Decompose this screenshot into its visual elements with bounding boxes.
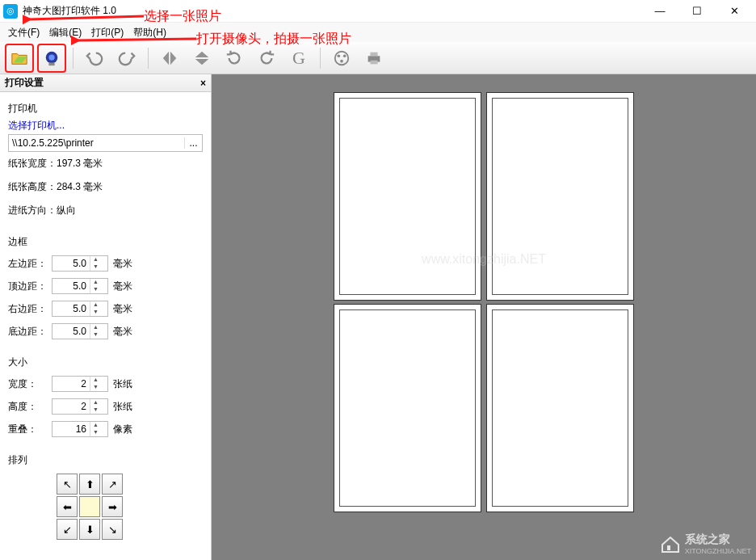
page-preview (334, 92, 481, 301)
annotation-select-photo: 选择一张照片 (144, 8, 221, 25)
svg-point-6 (340, 59, 343, 62)
align-top-left-button[interactable]: ↖ (57, 474, 78, 495)
page-preview (486, 92, 634, 301)
printer-path-field[interactable]: ... (8, 134, 203, 152)
feed-direction-row: 进纸方向：纵向 (8, 199, 203, 222)
align-top-right-button[interactable]: ↗ (102, 474, 123, 495)
align-left-button[interactable]: ⬅ (57, 496, 78, 517)
arrange-grid: ↖ ⬆ ↗ ⬅ ➡ ↙ ⬇ ↘ (57, 474, 203, 540)
menubar: 文件(F) 编辑(E) 打印(P) 帮助(H) (0, 23, 756, 42)
svg-point-4 (338, 54, 341, 57)
height-stepper[interactable]: ▲▼ (52, 398, 108, 415)
print-button[interactable] (361, 45, 387, 71)
margin-top-row: 顶边距： ▲▼ 毫米 (8, 275, 203, 297)
grayscale-button[interactable]: G (286, 45, 312, 71)
margin-right-row: 右边距： ▲▼ 毫米 (8, 297, 203, 320)
height-row: 高度： ▲▼ 张纸 (8, 395, 203, 418)
app-icon: ◎ (3, 4, 18, 19)
size-section-label: 大小 (8, 351, 203, 373)
color-button[interactable] (329, 45, 355, 71)
watermark-brand: 系统之家 XITONGZHIJIA.NET (659, 533, 751, 555)
titlebar: ◎ 神奇大图打印软件 1.0 — ☐ ✕ (0, 0, 756, 23)
window-title: 神奇大图打印软件 1.0 (23, 4, 641, 18)
svg-rect-2 (48, 62, 54, 65)
panel-title: 打印设置 (5, 76, 44, 90)
width-stepper[interactable]: ▲▼ (52, 376, 108, 392)
undo-button[interactable] (82, 45, 107, 71)
align-top-button[interactable]: ⬆ (79, 474, 100, 495)
menu-help[interactable]: 帮助(H) (133, 26, 166, 40)
maximize-button[interactable]: ☐ (678, 0, 716, 23)
margin-top-stepper[interactable]: ▲▼ (52, 278, 108, 294)
page-preview (334, 304, 481, 512)
margin-bottom-row: 底边距： ▲▼ 毫米 (8, 320, 203, 343)
margin-left-stepper[interactable]: ▲▼ (52, 255, 108, 272)
border-section-label: 边框 (8, 230, 203, 252)
align-center-button[interactable] (79, 496, 100, 517)
menu-print[interactable]: 打印(P) (91, 26, 124, 40)
select-printer-link[interactable]: 选择打印机... (8, 119, 203, 133)
overlap-row: 重叠： ▲▼ 像素 (8, 418, 203, 440)
flip-vertical-button[interactable] (189, 45, 215, 71)
close-button[interactable]: ✕ (716, 0, 753, 23)
main-area: 打印设置 × 打印机 选择打印机... ... 纸张宽度：197.3 毫米 纸张… (0, 74, 756, 560)
rotate-right-button[interactable] (221, 45, 247, 71)
svg-rect-9 (370, 60, 377, 64)
panel-close-button[interactable]: × (200, 78, 206, 89)
paper-height-row: 纸张高度：284.3 毫米 (8, 175, 203, 199)
printer-browse-button[interactable]: ... (184, 137, 202, 149)
svg-point-5 (343, 54, 346, 57)
align-bottom-right-button[interactable]: ↘ (102, 519, 123, 540)
flip-horizontal-button[interactable] (157, 45, 183, 71)
margin-right-stepper[interactable]: ▲▼ (52, 301, 108, 317)
toolbar: G (0, 42, 756, 74)
margin-left-row: 左边距： ▲▼ 毫米 (8, 252, 203, 275)
svg-rect-12 (667, 545, 670, 550)
open-image-button[interactable] (6, 45, 32, 71)
page-preview (486, 304, 634, 512)
menu-file[interactable]: 文件(F) (8, 26, 40, 40)
print-settings-panel: 打印设置 × 打印机 选择打印机... ... 纸张宽度：197.3 毫米 纸张… (0, 74, 212, 560)
align-right-button[interactable]: ➡ (102, 496, 123, 517)
svg-point-1 (48, 54, 54, 60)
width-row: 宽度： ▲▼ 张纸 (8, 373, 203, 395)
camera-button[interactable] (39, 45, 65, 71)
redo-button[interactable] (114, 45, 140, 71)
rotate-left-button[interactable] (254, 45, 279, 71)
panel-header: 打印设置 × (0, 74, 211, 92)
menu-edit[interactable]: 编辑(E) (49, 26, 82, 40)
arrange-section-label: 排列 (8, 448, 203, 470)
preview-canvas[interactable]: www.xitongzhijia.NET 系统之家 XITONGZHIJIA.N… (212, 74, 756, 560)
minimize-button[interactable]: — (641, 0, 678, 23)
printer-section-label: 打印机 (8, 97, 203, 119)
margin-bottom-stepper[interactable]: ▲▼ (52, 323, 108, 339)
overlap-stepper[interactable]: ▲▼ (52, 421, 108, 437)
paper-width-row: 纸张宽度：197.3 毫米 (8, 152, 203, 175)
align-bottom-left-button[interactable]: ↙ (57, 519, 78, 540)
align-bottom-button[interactable]: ⬇ (79, 519, 100, 540)
annotation-open-camera: 打开摄像头，拍摄一张照片 (196, 31, 351, 48)
svg-point-3 (335, 51, 349, 65)
printer-path-input[interactable] (9, 137, 184, 149)
svg-rect-8 (370, 52, 377, 56)
